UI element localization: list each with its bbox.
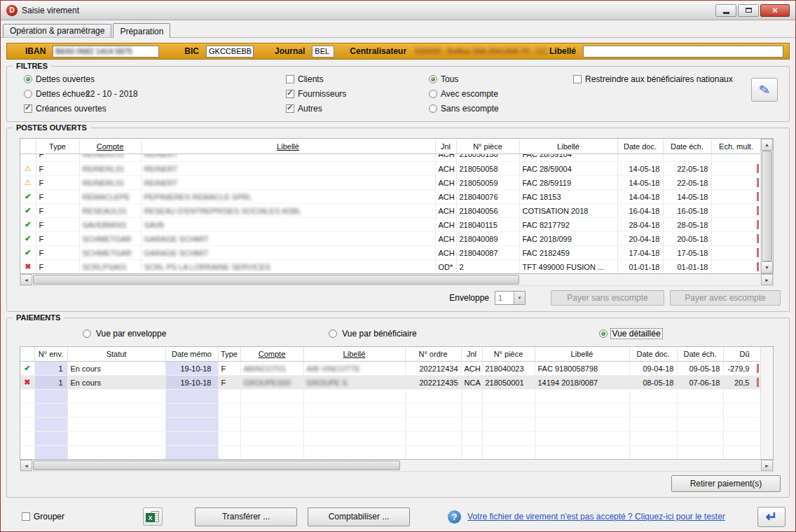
table-row[interactable] <box>20 446 761 460</box>
validate-button[interactable]: ↵ <box>757 507 785 527</box>
cell-date_doc: 08-05-18 <box>629 376 677 390</box>
cell-libelle2 <box>535 418 629 432</box>
column-header[interactable]: N° pièce <box>456 139 519 154</box>
cell-du: 20,5 <box>723 376 761 390</box>
vertical-scroll-thumb[interactable] <box>762 151 772 261</box>
table-row[interactable] <box>20 432 761 446</box>
column-header[interactable]: Statut <box>67 347 165 362</box>
restreindre-checkbox[interactable]: Restreindre aux bénéficiaires nationaux <box>573 74 733 85</box>
cell-env: 1 <box>34 362 67 376</box>
column-header[interactable] <box>20 347 34 362</box>
scroll-left-icon[interactable]: ◄ <box>20 274 32 285</box>
column-header[interactable]: Type <box>36 139 79 154</box>
dettes-ouvertes-radio[interactable]: Dettes ouvertes <box>24 74 95 85</box>
dettes-echues-radio[interactable]: Dettes échues <box>24 88 90 100</box>
clients-label: Clients <box>298 74 324 84</box>
comptabiliser-button[interactable]: Comptabiliser ... <box>308 507 410 526</box>
column-header[interactable]: Libellé <box>535 347 629 362</box>
scroll-left-icon[interactable]: ◄ <box>20 460 32 471</box>
table-row[interactable] <box>20 404 761 418</box>
filter-date-field[interactable]: 22 - 10 - 2018 <box>85 89 138 99</box>
column-header[interactable]: Date éch. <box>677 347 723 362</box>
help-icon[interactable]: ? <box>448 510 461 524</box>
table-row[interactable]: ✖1En cours19-10-18FGROUPES00GROUPE S2022… <box>20 376 761 390</box>
column-header[interactable]: N° pièce <box>482 347 535 362</box>
bic-input[interactable]: GKCCBEBB <box>206 46 254 57</box>
column-header[interactable]: Date doc. <box>617 139 663 154</box>
scroll-up-icon[interactable]: ▲ <box>761 139 773 151</box>
table-row[interactable] <box>20 390 761 404</box>
table-row[interactable]: ✔1En cours19-10-18FABINCOT01AIB VINCOTTE… <box>20 362 761 376</box>
scroll-right-icon[interactable]: ► <box>761 460 773 471</box>
column-header[interactable]: Date doc. <box>629 347 677 362</box>
test-virement-link[interactable]: Votre fichier de virement n'est pas acce… <box>467 512 725 521</box>
postes-horizontal-scrollbar[interactable]: ◄ ► <box>20 274 774 286</box>
paiements-horizontal-scrollbar[interactable]: ◄ ► <box>20 460 774 472</box>
close-button[interactable]: × <box>760 4 790 17</box>
column-header[interactable]: N° ordre <box>405 347 461 362</box>
cell-date_ech <box>677 446 723 460</box>
scroll-right-icon[interactable]: ► <box>761 274 773 285</box>
horizontal-scroll-thumb[interactable] <box>33 275 519 285</box>
tous-radio[interactable]: Tous <box>429 74 458 85</box>
maximize-button[interactable] <box>738 4 759 17</box>
column-header[interactable]: Compte <box>240 347 303 362</box>
libelle-input[interactable] <box>583 46 783 57</box>
edit-filter-button[interactable]: ✎ <box>751 78 778 102</box>
cell-libelle2 <box>535 446 629 460</box>
cell-statut: En cours <box>67 376 165 390</box>
status-check-icon: ✔ <box>20 232 36 246</box>
column-header[interactable]: Date éch. <box>663 139 711 154</box>
column-header[interactable]: Ech. mult. <box>711 139 761 154</box>
horizontal-scroll-thumb[interactable] <box>33 461 400 470</box>
export-excel-button[interactable]: X <box>143 507 163 526</box>
vue-par-beneficiaire-radio[interactable]: Vue par bénéficiaire <box>329 329 418 339</box>
column-header[interactable] <box>20 139 36 154</box>
column-header[interactable]: Compte <box>79 139 141 154</box>
iban-input[interactable]: BE60 0682 1414 5875 <box>53 46 159 57</box>
column-header[interactable]: Libellé <box>141 139 435 154</box>
column-header[interactable]: N° env. <box>34 347 67 362</box>
checkbox-icon <box>286 75 294 83</box>
enveloppe-select[interactable]: 1 ▼ <box>495 291 526 305</box>
minimize-button[interactable] <box>715 4 736 17</box>
table-row[interactable]: ✔FREMACLEPEPEPINIERES REMACLE SPRLACH218… <box>20 190 761 204</box>
table-row[interactable]: ✖FSCRLPSA01SCRL PS LA LORRAINE SERVICESO… <box>20 260 761 274</box>
enter-arrow-icon: ↵ <box>766 508 778 525</box>
tab-preparation[interactable]: Préparation <box>113 23 170 38</box>
retirer-paiements-button[interactable]: Retirer paiement(s) <box>671 475 781 492</box>
payer-avec-escompte-button[interactable]: Payer avec escompte <box>670 290 781 306</box>
fournisseurs-checkbox[interactable]: Fournisseurs <box>286 88 346 100</box>
table-row[interactable]: ✔FRESEAUL01RESEAU D'ENTREPRISES SOCIALES… <box>20 204 761 218</box>
transferer-button[interactable]: Transférer ... <box>195 507 297 526</box>
journal-input[interactable]: BEL <box>312 46 334 57</box>
column-header[interactable]: Type <box>218 347 240 362</box>
table-row[interactable]: FREINERL01REINERTACH218050158FAC 28/5910… <box>20 154 761 162</box>
table-row[interactable]: ✔FSCHMETGARGARAGE SCHMITACH218040089FAC … <box>20 232 761 246</box>
column-header[interactable]: Libellé <box>303 347 405 362</box>
column-header[interactable]: Date mémo <box>165 347 218 362</box>
cell-date_ech: 22-05-18 <box>663 176 711 190</box>
sans-escompte-radio[interactable]: Sans escompte <box>429 103 499 114</box>
column-header[interactable]: Dû <box>723 347 761 362</box>
table-row[interactable]: ⚠FREINERL01REINERTACH218050058FAC 28/590… <box>20 162 761 176</box>
table-row[interactable]: ✔FSCHMETGARGARAGE SCHMITACH218040087FAC … <box>20 246 761 260</box>
column-header[interactable]: Libellé <box>519 139 617 154</box>
vue-detaillee-radio[interactable]: Vue détaillée <box>599 329 662 339</box>
creances-ouvertes-checkbox[interactable]: Créances ouvertes <box>24 103 107 114</box>
table-row[interactable]: ✔FSAVEBM001SAVBACH218040115FAC 821779228… <box>20 218 761 232</box>
payer-sans-escompte-button[interactable]: Payer sans escompte <box>551 290 664 306</box>
tab-operation-parametrage[interactable]: Opération & paramétrage <box>3 24 111 37</box>
column-header[interactable]: Jnl <box>461 347 482 362</box>
vue-par-enveloppe-radio[interactable]: Vue par enveloppe <box>83 329 167 339</box>
autres-checkbox[interactable]: Autres <box>286 103 322 114</box>
titlebar[interactable]: D Saisie virement × <box>1 1 795 20</box>
table-row[interactable] <box>20 418 761 432</box>
scroll-down-icon[interactable]: ▼ <box>761 261 773 273</box>
postes-vertical-scrollbar[interactable]: ▲ ▼ <box>760 139 773 273</box>
column-header[interactable]: Jnl <box>435 139 456 154</box>
avec-escompte-radio[interactable]: Avec escompte <box>429 88 498 100</box>
table-row[interactable]: ⚠FREINERL01REINERTACH218050059FAC 28/591… <box>20 176 761 190</box>
grouper-checkbox[interactable]: Grouper <box>22 512 64 521</box>
clients-checkbox[interactable]: Clients <box>286 74 324 85</box>
